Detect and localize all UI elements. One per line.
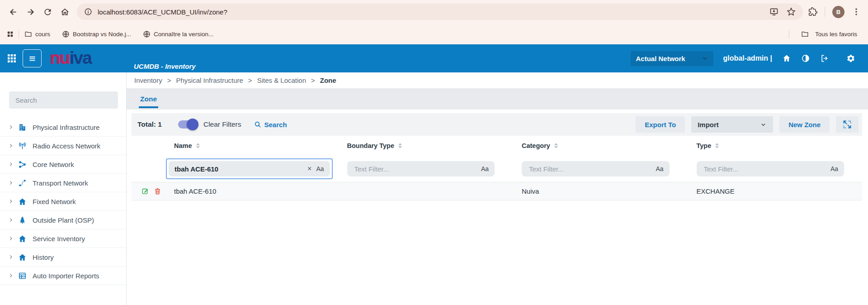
column-header-label: Type [697,142,712,149]
extensions-puzzle-icon[interactable] [808,7,817,16]
forward-button[interactable] [23,4,38,19]
breadcrumb-item-inventory[interactable]: Inventory [134,76,162,84]
toolbar-actions: Export To Import New Zone [636,116,859,133]
chevron-right-icon [8,143,14,148]
edit-icon[interactable] [142,187,149,195]
workspace: Physical Infrastructure Radio Access Net… [0,72,868,305]
breadcrumb-item-physical-infrastructure[interactable]: Physical Infrastructure [176,76,243,84]
search-icon [254,121,261,128]
separator [789,29,789,38]
sidebar-item-core-network[interactable]: Core Network [0,155,126,174]
sidebar-item-outside-plant[interactable]: Outside Plant (OSP) [0,211,126,229]
column-header-label: Name [174,142,192,149]
bookmark-star-icon[interactable] [787,7,796,16]
case-sensitive-toggle[interactable]: Aa [656,165,663,172]
bookmark-label: Bootstrap vs Node.j... [73,31,131,38]
delete-trash-icon[interactable] [154,187,161,195]
column-header-boundary-type[interactable]: Boundary Type [338,142,513,149]
bookmark-label: Connaître la version... [154,31,213,38]
sidebar-item-transport-network[interactable]: Transport Network [0,174,126,192]
column-header-type[interactable]: Type [688,142,863,149]
app-launcher-grid-icon[interactable] [6,53,17,64]
expand-icon [843,120,852,129]
site-info-icon[interactable] [84,8,92,16]
sidebar-item-radio-access-network[interactable]: Radio Access Network [0,137,126,155]
logout-icon[interactable] [820,54,829,63]
sidebar-search [9,91,118,109]
chevron-right-icon [8,162,14,167]
tree-icon [18,216,27,224]
browser-menu-icon[interactable] [852,7,861,16]
type-filter-input[interactable] [704,165,826,173]
column-header-category[interactable]: Category [513,142,688,149]
clear-filter-icon[interactable]: × [307,165,311,173]
case-sensitive-toggle[interactable]: Aa [830,165,838,172]
address-bar[interactable]: localhost:6083/ACE_UCMDB_UI/inv/zone? [77,4,803,20]
content-area: Total: 1 Clear Filters Search Export To … [127,110,868,305]
home-button[interactable] [57,4,72,19]
home-icon[interactable] [782,54,791,63]
name-filter-cell: × Aa [163,158,338,179]
type-filter-cell: Aa [688,161,863,176]
case-sensitive-toggle[interactable]: Aa [481,165,489,172]
category-filter-input[interactable] [529,165,651,173]
new-zone-button[interactable]: New Zone [779,116,830,133]
sidebar-item-service-inventory[interactable]: Service Inventory [0,229,126,248]
tab-zone[interactable]: Zone [139,88,158,110]
nuiva-logo: nuiva [50,49,91,67]
export-to-button[interactable]: Export To [636,116,685,133]
clear-filters-button[interactable]: Clear Filters [203,120,241,129]
settings-gear-icon[interactable] [846,54,855,63]
logged-in-user[interactable]: global-admin | [723,54,772,62]
breadcrumb-separator: > [167,76,171,84]
boundary-type-filter-input[interactable] [354,165,476,173]
table-toolbar: Total: 1 Clear Filters Search Export To … [132,113,862,136]
expand-table-button[interactable] [836,116,859,133]
separator [825,7,825,17]
table-row[interactable]: tbah ACE-610 Nuiva EXCHANGE [132,182,862,200]
cell-category: Nuiva [513,187,688,195]
sidebar-item-label: History [33,253,54,261]
side-panel-button[interactable] [6,30,14,38]
bookmark-folder-cours[interactable]: cours [24,30,50,38]
network-select[interactable]: Actual Network [631,51,713,66]
chevron-right-icon [8,217,14,223]
import-select[interactable]: Import [691,116,773,133]
bookmark-bootstrap[interactable]: Bootstrap vs Node.j... [62,30,131,38]
folder-icon [801,30,809,38]
import-select-value: Import [698,121,719,129]
install-app-icon[interactable] [769,7,778,16]
sidebar-item-label: Transport Network [33,179,88,187]
column-header-name[interactable]: Name [163,142,338,149]
case-sensitive-toggle[interactable]: Aa [316,165,324,172]
sidebar-item-label: Auto Importer Reports [33,272,99,280]
building-icon [18,123,27,132]
sidebar-item-history[interactable]: History [0,248,126,267]
back-button[interactable] [5,4,21,19]
browser-window: localhost:6083/ACE_UCMDB_UI/inv/zone? B … [0,0,868,305]
home-icon [18,253,27,262]
back-icon [9,7,18,17]
breadcrumb-item-sites-location[interactable]: Sites & Location [257,76,306,84]
app-header: nuiva UCMDB - Inventory Actual Network g… [0,44,868,72]
search-button[interactable]: Search [254,121,287,129]
browser-controls: B [808,6,861,18]
sidebar-item-auto-importer-reports[interactable]: Auto Importer Reports [0,267,126,285]
hamburger-menu-button[interactable] [23,49,42,67]
chevron-right-icon [8,273,14,278]
type-filter-box: Aa [697,161,844,176]
sort-arrows-icon [398,143,402,148]
all-favorites[interactable]: Tous les favoris [789,29,857,38]
reload-button[interactable] [40,4,55,19]
filters-toggle[interactable] [178,120,197,129]
bookmark-connaitre[interactable]: Connaître la version... [143,30,213,38]
sidebar-item-fixed-network[interactable]: Fixed Network [0,192,126,211]
profile-avatar[interactable]: B [832,6,844,18]
contrast-icon[interactable] [801,54,810,63]
name-filter-input[interactable] [175,165,303,173]
sidebar-nav: Physical Infrastructure Radio Access Net… [0,118,126,285]
globe-icon [143,30,151,38]
bookmark-label: cours [35,31,50,38]
sidebar-search-input[interactable] [15,96,112,104]
sidebar-item-physical-infrastructure[interactable]: Physical Infrastructure [0,118,126,137]
